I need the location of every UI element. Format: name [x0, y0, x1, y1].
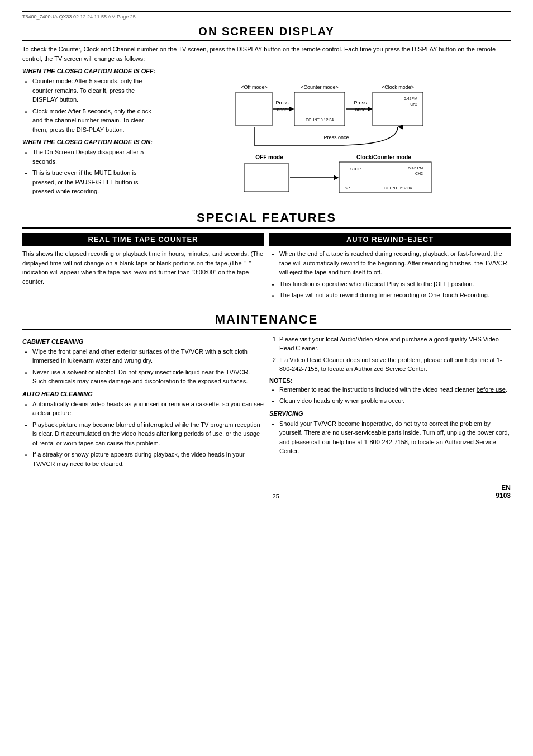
numbered-2: If a Video Head Cleaner does not solve t…: [279, 355, 511, 374]
auto-head-bullet-1: Automatically cleans video heads as you …: [32, 400, 264, 418]
auto-head-numbered: Please visit your local Audio/Video stor…: [269, 335, 511, 374]
real-time-feature: REAL TIME TAPE COUNTER This shows the el…: [22, 233, 264, 305]
auto-rewind-feature: AUTO REWIND-EJECT When the end of a tape…: [269, 233, 511, 305]
svg-text:once: once: [355, 107, 366, 112]
svg-text:Press: Press: [275, 100, 289, 106]
notes-heading: NOTES:: [269, 377, 511, 384]
file-info: T5400_7400UA.QX33 02.12.24 11:55 AM Page…: [22, 14, 136, 20]
caption-off-heading: WHEN THE CLOSED CAPTION MODE IS OFF:: [22, 68, 511, 74]
auto-rewind-heading: AUTO REWIND-EJECT: [269, 233, 511, 246]
maintenance-right: Please visit your local Audio/Video stor…: [269, 335, 511, 473]
real-time-heading: REAL TIME TAPE COUNTER: [22, 233, 264, 246]
svg-text:Ch2: Ch2: [410, 102, 417, 106]
osd-title: ON SCREEN DISPLAY: [22, 25, 511, 41]
cabinet-bullet-2: Never use a solvent or alcohol. Do not s…: [32, 368, 264, 386]
auto-rewind-bullet-3: The tape will not auto-rewind during tim…: [279, 291, 511, 300]
svg-text:COUNT  0:12:34: COUNT 0:12:34: [384, 186, 412, 190]
servicing-heading: SERVICING: [269, 410, 511, 417]
svg-text:OFF mode: OFF mode: [255, 154, 283, 160]
special-features-title: SPECIAL FEATURES: [22, 211, 511, 229]
notes-bullet-1: Remember to read the instructions includ…: [279, 385, 511, 394]
svg-rect-3: [236, 92, 272, 126]
svg-text:once: once: [277, 107, 288, 112]
osd-svg: <Off mode> <Counter mode> <Clock mode> C…: [233, 81, 440, 198]
notes-bullets: Remember to read the instructions includ…: [269, 385, 511, 406]
servicing-bullet-1: Should your TV/VCR become inoperative, d…: [279, 419, 511, 456]
osd-intro: To check the Counter, Clock and Channel …: [22, 45, 511, 63]
bullet-clock-mode: Clock mode: After 5 seconds, only the cl…: [32, 107, 156, 135]
osd-diagram-svg: <Off mode> <Counter mode> <Clock mode> C…: [162, 81, 511, 198]
special-features-grid: REAL TIME TAPE COUNTER This shows the el…: [22, 233, 511, 305]
maintenance-left: CABINET CLEANING Wipe the front panel an…: [22, 335, 264, 473]
maintenance-grid: CABINET CLEANING Wipe the front panel an…: [22, 335, 511, 473]
language-code: EN 9103: [496, 484, 511, 500]
numbered-1: Please visit your local Audio/Video stor…: [279, 335, 511, 353]
auto-head-bullet-3: If a streaky or snowy picture appears du…: [32, 450, 264, 468]
real-time-body: This shows the elapsed recording or play…: [22, 249, 264, 286]
osd-section: Counter mode: After 5 seconds, only the …: [22, 77, 511, 203]
svg-text:5:42 PM: 5:42 PM: [408, 166, 423, 170]
cabinet-bullets: Wipe the front panel and other exterior …: [22, 347, 264, 386]
bullet-mute: This is true even if the MUTE button is …: [32, 168, 156, 196]
svg-text:<Clock mode>: <Clock mode>: [382, 84, 414, 90]
svg-text:Clock/Counter mode: Clock/Counter mode: [356, 154, 411, 160]
auto-rewind-bullet-2: This function is operative when Repeat P…: [279, 279, 511, 289]
cabinet-heading: CABINET CLEANING: [22, 338, 264, 345]
caption-on-heading: WHEN THE CLOSED CAPTION MODE IS ON:: [22, 139, 156, 145]
auto-head-bullet-2: Playback picture may become blurred of i…: [32, 420, 264, 448]
page-number: - 25 -: [56, 493, 496, 500]
osd-diagram: <Off mode> <Counter mode> <Clock mode> C…: [162, 77, 511, 203]
svg-text:Press: Press: [354, 100, 367, 106]
svg-text:<Counter mode>: <Counter mode>: [301, 84, 339, 90]
auto-rewind-bullets: When the end of a tape is reached during…: [269, 249, 511, 300]
osd-bullets-off: Counter mode: After 5 seconds, only the …: [22, 77, 156, 134]
auto-head-heading: AUTO HEAD CLEANING: [22, 391, 264, 397]
svg-text:<Off mode>: <Off mode>: [241, 84, 267, 90]
underline-text: before use: [477, 386, 506, 393]
auto-head-bullets: Automatically cleans video heads as you …: [22, 400, 264, 469]
svg-rect-18: [244, 164, 289, 192]
svg-text:SP: SP: [345, 186, 350, 190]
notes-bullet-2: Clean video heads only when problems occ…: [279, 396, 511, 406]
svg-text:STOP: STOP: [350, 167, 361, 171]
osd-left-col: Counter mode: After 5 seconds, only the …: [22, 77, 156, 203]
maintenance-title: MAINTENANCE: [22, 312, 511, 330]
osd-bullets-on: The On Screen Display disappear after 5 …: [22, 148, 156, 196]
svg-text:COUNT  0:12:34: COUNT 0:12:34: [306, 118, 334, 122]
page-header: T5400_7400UA.QX33 02.12.24 11:55 AM Page…: [22, 11, 511, 20]
svg-text:CH2: CH2: [415, 172, 423, 175]
svg-text:5:42PM: 5:42PM: [404, 97, 417, 101]
auto-rewind-bullet-1: When the end of a tape is reached during…: [279, 249, 511, 277]
servicing-bullets: Should your TV/VCR become inoperative, d…: [269, 419, 511, 456]
bullet-disappear: The On Screen Display disappear after 5 …: [32, 148, 156, 166]
svg-text:Press once: Press once: [323, 135, 349, 140]
bullet-counter-mode: Counter mode: After 5 seconds, only the …: [32, 77, 156, 104]
page-footer: - 25 - EN 9103: [22, 484, 511, 500]
cabinet-bullet-1: Wipe the front panel and other exterior …: [32, 347, 264, 365]
